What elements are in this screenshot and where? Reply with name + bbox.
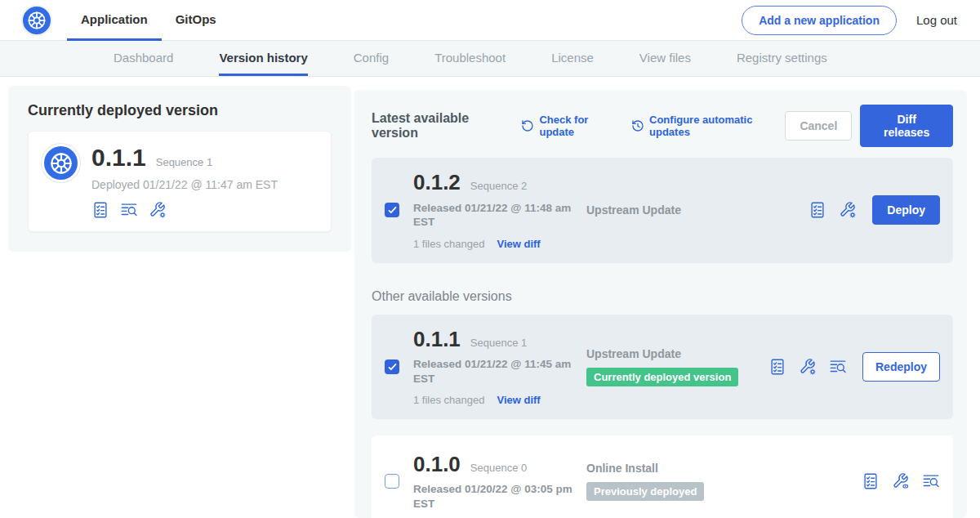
- deployed-timestamp: Deployed 01/21/22 @ 11:47 am EST: [91, 178, 278, 191]
- app-subnav: Dashboard Version history Config Trouble…: [0, 41, 980, 77]
- configure-updates-label: Configure automatic updates: [649, 114, 785, 138]
- released-timestamp: Released 01/21/22 @ 11:48 am EST: [413, 201, 577, 230]
- config-view-icon[interactable]: [892, 472, 910, 490]
- config-wrench-icon[interactable]: [839, 201, 857, 219]
- released-timestamp: Released 01/21/22 @ 11:45 am EST: [413, 357, 577, 386]
- checkmark-icon: [387, 362, 398, 373]
- version-number: 0.1.0: [413, 453, 461, 476]
- app-icon: [42, 144, 80, 182]
- other-versions-title: Other available versions: [372, 289, 953, 304]
- version-number: 0.1.2: [413, 171, 461, 194]
- topnav-right: Add a new application Log out: [742, 6, 980, 35]
- config-wrench-icon[interactable]: [799, 358, 817, 376]
- files-changed-label: 1 files changed: [413, 238, 484, 250]
- currently-deployed-badge: Currently deployed version: [586, 368, 738, 386]
- version-source-label: Upstream Update: [586, 203, 808, 217]
- helm-wheel-icon: [47, 150, 75, 177]
- subtab-troubleshoot[interactable]: Troubleshoot: [434, 41, 506, 76]
- preflight-checklist-icon[interactable]: [862, 472, 880, 490]
- subtab-license[interactable]: License: [551, 41, 594, 76]
- version-checkbox[interactable]: [385, 203, 399, 217]
- currently-deployed-card: Currently deployed version 0.1.1 Sequenc…: [8, 86, 351, 252]
- latest-version-header: Latest available version Check for updat…: [372, 105, 953, 147]
- version-row-0-1-0: 0.1.0 Sequence 0 Released 01/20/22 @ 03:…: [372, 435, 953, 518]
- view-diff-link[interactable]: View diff: [497, 394, 540, 406]
- subtab-dashboard[interactable]: Dashboard: [114, 41, 173, 76]
- subtab-config[interactable]: Config: [354, 41, 389, 76]
- latest-version-title: Latest available version: [372, 111, 509, 141]
- version-checkbox[interactable]: [385, 474, 399, 489]
- version-row-0-1-2: 0.1.2 Sequence 2 Released 01/21/22 @ 11:…: [372, 158, 953, 263]
- clock-refresh-icon: [631, 119, 644, 132]
- subtab-registry-settings[interactable]: Registry settings: [737, 41, 827, 76]
- add-application-button[interactable]: Add a new application: [742, 6, 897, 35]
- version-source-label: Online Install: [586, 462, 862, 475]
- diff-releases-button[interactable]: Diff releases: [860, 105, 953, 147]
- deploy-logs-icon[interactable]: [829, 358, 847, 376]
- version-checkbox[interactable]: [385, 359, 399, 374]
- view-diff-link[interactable]: View diff: [497, 238, 540, 250]
- preflight-checklist-icon[interactable]: [808, 201, 826, 219]
- version-number: 0.1.1: [413, 328, 461, 351]
- deployed-version-card: 0.1.1 Sequence 1 Deployed 01/21/22 @ 11:…: [28, 131, 332, 232]
- previously-deployed-badge: Previously deployed: [586, 482, 704, 501]
- currently-deployed-title: Currently deployed version: [28, 102, 332, 119]
- check-for-update-label: Check for update: [539, 114, 619, 138]
- released-timestamp: Released 01/20/22 @ 03:05 pm EST: [413, 482, 577, 511]
- version-row-0-1-1: 0.1.1 Sequence 1 Released 01/21/22 @ 11:…: [372, 315, 953, 420]
- refresh-icon: [521, 119, 534, 132]
- files-changed-label: 1 files changed: [413, 394, 484, 406]
- redeploy-button[interactable]: Redeploy: [862, 352, 940, 382]
- tab-gitops[interactable]: GitOps: [162, 0, 230, 41]
- deployed-sequence-label: Sequence 1: [156, 156, 212, 168]
- helm-wheel-icon: [25, 9, 48, 32]
- config-wrench-icon[interactable]: [149, 201, 167, 219]
- kubernetes-logo: [21, 5, 52, 36]
- preflight-checklist-icon[interactable]: [91, 201, 109, 219]
- configure-automatic-updates-link[interactable]: Configure automatic updates: [631, 114, 785, 138]
- version-source-label: Upstream Update: [586, 347, 768, 360]
- sequence-label: Sequence 0: [470, 462, 527, 474]
- subtab-view-files[interactable]: View files: [639, 41, 691, 76]
- sequence-label: Sequence 1: [470, 337, 527, 349]
- tab-application[interactable]: Application: [67, 0, 162, 41]
- check-for-update-link[interactable]: Check for update: [521, 114, 619, 138]
- logout-link[interactable]: Log out: [897, 13, 980, 27]
- top-nav: Application GitOps Add a new application…: [0, 0, 980, 41]
- checkmark-icon: [387, 205, 398, 216]
- deploy-logs-icon[interactable]: [922, 472, 940, 490]
- deploy-button[interactable]: Deploy: [872, 195, 940, 225]
- cancel-button[interactable]: Cancel: [785, 111, 852, 141]
- preflight-checklist-icon[interactable]: [768, 358, 786, 376]
- sequence-label: Sequence 2: [470, 180, 527, 192]
- version-history-panel: Latest available version Check for updat…: [354, 90, 967, 518]
- deployed-version-number: 0.1.1: [91, 144, 146, 171]
- subtab-version-history[interactable]: Version history: [219, 41, 307, 76]
- main-content: Currently deployed version 0.1.1 Sequenc…: [0, 77, 980, 518]
- deploy-logs-icon[interactable]: [120, 201, 138, 219]
